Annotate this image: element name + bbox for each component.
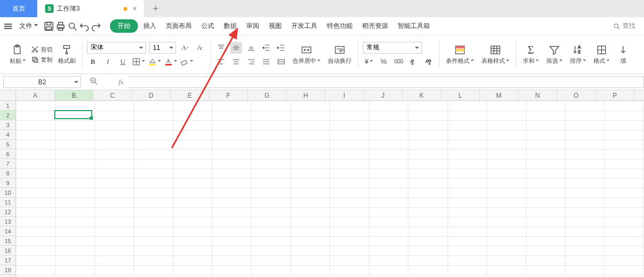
italic-button[interactable]: I: [102, 56, 114, 68]
cell[interactable]: [330, 169, 369, 178]
cell[interactable]: [604, 227, 643, 236]
borders-button[interactable]: [132, 56, 145, 68]
cell[interactable]: [565, 178, 604, 188]
cell[interactable]: [330, 217, 369, 227]
cell[interactable]: [173, 256, 212, 265]
cell[interactable]: [369, 198, 408, 207]
cell[interactable]: [526, 256, 565, 265]
menu-file[interactable]: 文件: [15, 19, 42, 33]
cell[interactable]: [94, 188, 134, 198]
cell[interactable]: [16, 207, 55, 217]
format-cells-button[interactable]: 格式: [591, 43, 612, 66]
cell[interactable]: [134, 236, 173, 246]
cell[interactable]: [448, 178, 487, 188]
cell[interactable]: [448, 169, 487, 178]
cell[interactable]: [330, 236, 369, 246]
cell[interactable]: [604, 149, 643, 159]
row-header[interactable]: 6: [0, 149, 16, 159]
cell[interactable]: [16, 149, 55, 159]
cell[interactable]: [94, 101, 134, 111]
cell[interactable]: [408, 227, 448, 236]
paste-button[interactable]: 粘贴: [8, 43, 28, 66]
cell[interactable]: [212, 169, 251, 178]
cell[interactable]: [55, 140, 94, 149]
cell[interactable]: [291, 227, 330, 236]
cell[interactable]: [526, 140, 565, 149]
cell[interactable]: [55, 120, 94, 130]
cell[interactable]: [212, 207, 251, 217]
cell[interactable]: [487, 140, 526, 149]
save-icon[interactable]: [43, 21, 54, 32]
cell[interactable]: [252, 188, 291, 198]
cell[interactable]: [16, 130, 55, 140]
cell[interactable]: [55, 265, 94, 275]
menu-tab-review[interactable]: 审阅: [242, 19, 264, 33]
cell[interactable]: [330, 246, 369, 256]
cell[interactable]: [252, 120, 291, 130]
cell[interactable]: [487, 227, 526, 236]
format-painter-button[interactable]: 格式刷: [56, 43, 78, 66]
cell[interactable]: [212, 236, 251, 246]
cell[interactable]: [94, 111, 134, 120]
cell[interactable]: [487, 265, 526, 275]
cell[interactable]: [212, 130, 251, 140]
cell[interactable]: [212, 120, 251, 130]
cell[interactable]: [448, 198, 487, 207]
font-color-button[interactable]: A: [164, 56, 177, 68]
menu-tab-start[interactable]: 开始: [110, 19, 138, 33]
cell[interactable]: [212, 256, 251, 265]
cell[interactable]: [173, 101, 212, 111]
cell[interactable]: [291, 111, 330, 120]
cell[interactable]: [16, 198, 55, 207]
menu-tab-dev[interactable]: 开发工具: [287, 19, 321, 33]
increase-font-icon[interactable]: A+: [179, 42, 191, 54]
cell[interactable]: [173, 198, 212, 207]
cell[interactable]: [565, 246, 604, 256]
cell[interactable]: [55, 236, 94, 246]
cell[interactable]: [369, 169, 408, 178]
cell[interactable]: [369, 149, 408, 159]
cell[interactable]: [330, 265, 369, 275]
cell[interactable]: [55, 111, 94, 120]
cell[interactable]: [173, 207, 212, 217]
comma-style-icon[interactable]: 000: [393, 56, 405, 68]
cell[interactable]: [291, 188, 330, 198]
cell[interactable]: [330, 111, 369, 120]
cell[interactable]: [448, 130, 487, 140]
cell[interactable]: [291, 140, 330, 149]
cell[interactable]: [369, 178, 408, 188]
percent-icon[interactable]: %: [378, 56, 390, 68]
cell[interactable]: [134, 140, 173, 149]
cell[interactable]: [604, 217, 643, 227]
cell[interactable]: [604, 140, 643, 149]
row-header[interactable]: 16: [0, 246, 16, 256]
cell[interactable]: [330, 227, 369, 236]
currency-icon[interactable]: ¥: [363, 56, 375, 68]
cell[interactable]: [173, 111, 212, 120]
cell[interactable]: [134, 246, 173, 256]
column-header[interactable]: G: [248, 90, 287, 100]
cell[interactable]: [604, 207, 643, 217]
cell[interactable]: [16, 169, 55, 178]
cell[interactable]: [55, 198, 94, 207]
row-header[interactable]: 11: [0, 198, 16, 207]
cell[interactable]: [173, 178, 212, 188]
cell[interactable]: [252, 130, 291, 140]
cell[interactable]: [94, 227, 134, 236]
undo-icon[interactable]: [79, 21, 90, 32]
cell[interactable]: [448, 120, 487, 130]
cell[interactable]: [330, 140, 369, 149]
cell[interactable]: [369, 111, 408, 120]
cell[interactable]: [565, 120, 604, 130]
number-format-combo[interactable]: [363, 42, 422, 54]
select-all-corner[interactable]: [0, 90, 16, 101]
cell[interactable]: [408, 265, 448, 275]
increase-indent-icon[interactable]: [275, 42, 287, 54]
cell[interactable]: [252, 198, 291, 207]
cell[interactable]: [16, 256, 55, 265]
cell[interactable]: [565, 130, 604, 140]
cell[interactable]: [330, 130, 369, 140]
cell[interactable]: [565, 140, 604, 149]
cell[interactable]: [212, 178, 251, 188]
align-right-icon[interactable]: [245, 56, 257, 68]
